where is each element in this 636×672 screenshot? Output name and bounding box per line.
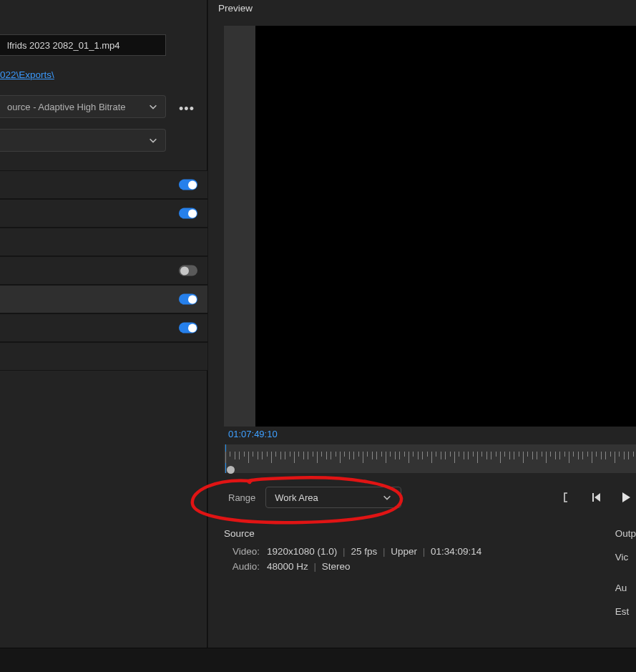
more-icon: •••: [179, 102, 195, 117]
video-duration: 01:34:09:14: [431, 546, 481, 557]
export-settings-panel: lfrids 2023 2082_01_1.mp4 022\Exports\ o…: [0, 0, 207, 648]
range-label: Range: [228, 492, 255, 503]
section-row-3[interactable]: [0, 256, 207, 285]
output-filename-value: lfrids 2023 2082_01_1.mp4: [7, 40, 120, 51]
video-res: 1920x1080 (1.0): [267, 546, 337, 557]
audio-hz: 48000 Hz: [267, 561, 308, 572]
output-filename-input[interactable]: lfrids 2023 2082_01_1.mp4: [0, 34, 166, 56]
preview-video-area[interactable]: [255, 26, 636, 427]
output-path-link[interactable]: 022\Exports\: [0, 69, 54, 80]
chevron-down-icon: [382, 492, 392, 502]
range-playback-row: Range Work Area: [224, 481, 636, 514]
section-row-spacer[interactable]: [0, 228, 207, 256]
toggle-2[interactable]: [179, 208, 197, 219]
toggle-3[interactable]: [179, 266, 197, 276]
output-estimate: Est: [615, 606, 636, 617]
video-field: Upper: [391, 546, 417, 557]
section-row-5[interactable]: [0, 313, 207, 342]
section-row-4[interactable]: [0, 285, 207, 313]
source-info: Source Video: 1920x1080 (1.0) | 25 fps |…: [224, 528, 636, 576]
toggle-4[interactable]: [179, 294, 197, 305]
video-fps: 25 fps: [351, 546, 377, 557]
video-key: Video:: [224, 546, 260, 557]
output-video: Vic: [615, 552, 636, 563]
range-value: Work Area: [275, 492, 382, 503]
timeline-ruler[interactable]: [224, 444, 636, 473]
source-audio-line: Audio: 48000 Hz | Stereo: [224, 561, 636, 572]
range-dropdown[interactable]: Work Area: [265, 487, 401, 508]
preset-more-button[interactable]: •••: [176, 98, 197, 120]
output-info: Outp Vic Au Est: [615, 528, 636, 630]
step-back-button[interactable]: [586, 487, 606, 507]
audio-ch: Stereo: [322, 561, 351, 572]
play-icon: [620, 491, 632, 504]
format-dropdown[interactable]: [0, 129, 166, 152]
play-button[interactable]: [616, 487, 636, 507]
audio-key: Audio:: [224, 561, 260, 572]
chevron-down-icon: [148, 102, 158, 112]
preset-label: ource - Adaptive High Bitrate: [7, 102, 148, 112]
preview-stage: [224, 26, 636, 427]
toggle-1[interactable]: [179, 180, 197, 190]
section-row-6[interactable]: [0, 342, 207, 371]
section-row-1[interactable]: [0, 170, 207, 199]
toggle-5[interactable]: [179, 323, 197, 333]
chevron-down-icon: [148, 135, 158, 145]
scrubber-handle[interactable]: [227, 466, 235, 474]
set-in-point-button[interactable]: [556, 487, 576, 507]
step-back-icon: [590, 492, 602, 503]
output-audio: Au: [615, 583, 636, 593]
bracket-in-icon: [561, 492, 571, 503]
source-heading: Source: [224, 528, 636, 539]
output-heading: Outp: [615, 528, 636, 539]
preset-dropdown[interactable]: ource - Adaptive High Bitrate: [0, 95, 166, 118]
source-video-line: Video: 1920x1080 (1.0) | 25 fps | Upper …: [224, 546, 636, 557]
preview-heading: Preview: [218, 3, 253, 14]
ruler-ticks: [225, 452, 636, 464]
playback-controls: [556, 481, 636, 514]
current-timecode[interactable]: 01:07:49:10: [228, 429, 278, 439]
section-row-2[interactable]: [0, 199, 207, 228]
preview-panel: Preview 01:07:49:10 Range Work Area: [208, 0, 636, 648]
bottom-bar: [0, 648, 636, 672]
